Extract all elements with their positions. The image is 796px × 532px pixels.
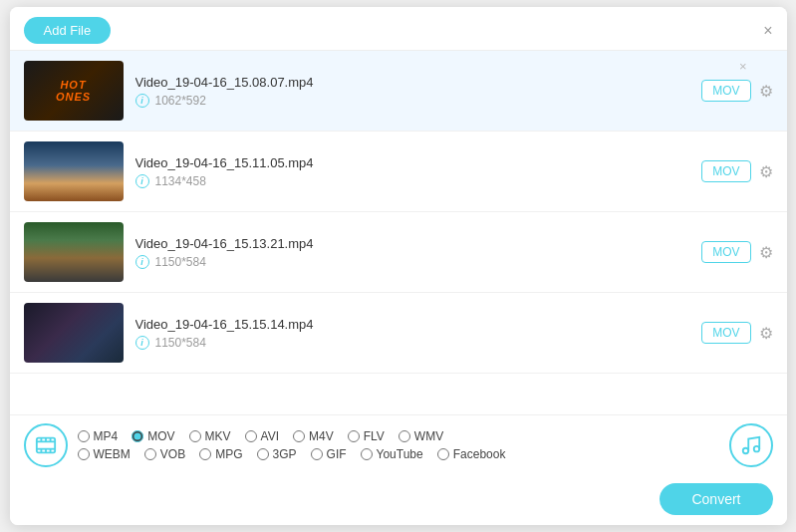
format-radio-gif[interactable] bbox=[311, 448, 323, 460]
info-icon[interactable]: i bbox=[135, 255, 149, 269]
format-radio-mkv[interactable] bbox=[189, 430, 201, 442]
file-thumbnail bbox=[24, 222, 124, 282]
title-bar: Add File × bbox=[10, 7, 787, 50]
format-option-webm[interactable]: WEBM bbox=[78, 447, 131, 461]
format-option-mpg[interactable]: MPG bbox=[199, 447, 242, 461]
format-label-webm: WEBM bbox=[94, 447, 131, 461]
format-label-mp4: MP4 bbox=[94, 429, 119, 443]
main-window: Add File × HOTONES Video_19-04-16_15.08.… bbox=[10, 7, 787, 525]
file-actions: MOV ⚙ bbox=[701, 80, 772, 102]
format-radio-mpg[interactable] bbox=[199, 448, 211, 460]
format-radio-webm[interactable] bbox=[78, 448, 90, 460]
format-option-gif[interactable]: GIF bbox=[311, 447, 347, 461]
format-label-3gp: 3GP bbox=[273, 447, 297, 461]
file-list: HOTONES Video_19-04-16_15.08.07.mp4 i 10… bbox=[10, 50, 787, 415]
footer: Convert bbox=[10, 475, 787, 525]
format-radio-wmv[interactable] bbox=[398, 430, 410, 442]
info-icon[interactable]: i bbox=[135, 94, 149, 108]
format-radio-3gp[interactable] bbox=[257, 448, 269, 460]
format-radio-vob[interactable] bbox=[144, 448, 156, 460]
table-row: Video_19-04-16_15.15.14.mp4 i 1150*584 M… bbox=[10, 293, 787, 374]
table-row: HOTONES Video_19-04-16_15.08.07.mp4 i 10… bbox=[10, 51, 787, 132]
format-options: MP4 MOV MKV AVI M4V bbox=[78, 429, 719, 461]
thumb-text: HOTONES bbox=[56, 79, 91, 103]
film-icon bbox=[35, 434, 57, 456]
format-panel: MP4 MOV MKV AVI M4V bbox=[10, 415, 787, 475]
svg-point-10 bbox=[753, 446, 759, 452]
table-row: Video_19-04-16_15.11.05.mp4 i 1134*458 M… bbox=[10, 132, 787, 212]
file-name: Video_19-04-16_15.08.07.mp4 bbox=[135, 75, 702, 90]
convert-button[interactable]: Convert bbox=[660, 483, 772, 515]
format-label-flv: FLV bbox=[364, 429, 385, 443]
format-row-2: WEBM VOB MPG 3GP GIF bbox=[78, 447, 719, 461]
add-file-button[interactable]: Add File bbox=[24, 17, 112, 44]
file-name: Video_19-04-16_15.13.21.mp4 bbox=[135, 236, 702, 251]
info-icon[interactable]: i bbox=[135, 336, 149, 350]
format-option-mkv[interactable]: MKV bbox=[189, 429, 231, 443]
format-label-avi: AVI bbox=[261, 429, 279, 443]
format-option-3gp[interactable]: 3GP bbox=[257, 447, 297, 461]
video-format-button[interactable] bbox=[24, 423, 68, 467]
format-label-vob: VOB bbox=[160, 447, 185, 461]
audio-format-button[interactable] bbox=[729, 423, 773, 467]
window-close-button[interactable]: × bbox=[763, 23, 772, 39]
item-close-button[interactable]: × bbox=[739, 59, 747, 74]
file-resolution: 1150*584 bbox=[155, 255, 206, 269]
svg-point-9 bbox=[742, 448, 748, 454]
file-thumbnail bbox=[24, 303, 124, 363]
file-info: Video_19-04-16_15.08.07.mp4 i 1062*592 bbox=[135, 75, 702, 108]
file-actions: MOV ⚙ bbox=[701, 322, 772, 344]
format-label-youtube: YouTube bbox=[377, 447, 423, 461]
format-radio-facebook[interactable] bbox=[437, 448, 449, 460]
format-badge[interactable]: MOV bbox=[701, 322, 750, 344]
file-thumbnail: HOTONES bbox=[24, 61, 124, 121]
format-label-gif: GIF bbox=[327, 447, 347, 461]
file-actions: MOV ⚙ bbox=[701, 241, 772, 263]
format-label-mpg: MPG bbox=[215, 447, 242, 461]
file-name: Video_19-04-16_15.15.14.mp4 bbox=[135, 317, 702, 332]
format-label-wmv: WMV bbox=[414, 429, 443, 443]
format-badge[interactable]: MOV bbox=[701, 80, 750, 102]
format-radio-flv[interactable] bbox=[348, 430, 360, 442]
format-badge[interactable]: MOV bbox=[701, 241, 750, 263]
format-radio-mp4[interactable] bbox=[78, 430, 90, 442]
format-option-wmv[interactable]: WMV bbox=[398, 429, 443, 443]
format-row-1: MP4 MOV MKV AVI M4V bbox=[78, 429, 719, 443]
format-option-vob[interactable]: VOB bbox=[144, 447, 185, 461]
settings-button[interactable]: ⚙ bbox=[759, 82, 773, 101]
info-icon[interactable]: i bbox=[135, 174, 149, 188]
format-label-facebook: Facebook bbox=[453, 447, 506, 461]
file-meta: i 1150*584 bbox=[135, 336, 702, 350]
file-name: Video_19-04-16_15.11.05.mp4 bbox=[135, 155, 702, 170]
format-label-mkv: MKV bbox=[205, 429, 231, 443]
format-radio-avi[interactable] bbox=[245, 430, 257, 442]
format-option-flv[interactable]: FLV bbox=[348, 429, 385, 443]
format-radio-mov[interactable] bbox=[132, 430, 143, 442]
settings-button[interactable]: ⚙ bbox=[759, 243, 773, 262]
format-option-mp4[interactable]: MP4 bbox=[78, 429, 119, 443]
format-label-m4v: M4V bbox=[309, 429, 334, 443]
format-badge[interactable]: MOV bbox=[701, 160, 750, 182]
file-resolution: 1062*592 bbox=[155, 94, 206, 108]
format-option-m4v[interactable]: M4V bbox=[293, 429, 334, 443]
settings-button[interactable]: ⚙ bbox=[759, 162, 773, 181]
table-row: Video_19-04-16_15.13.21.mp4 i 1150*584 M… bbox=[10, 212, 787, 293]
file-resolution: 1150*584 bbox=[155, 336, 206, 350]
file-info: Video_19-04-16_15.15.14.mp4 i 1150*584 bbox=[135, 317, 702, 350]
format-option-mov[interactable]: MOV bbox=[132, 429, 174, 443]
file-actions: MOV ⚙ bbox=[701, 160, 772, 182]
format-option-youtube[interactable]: YouTube bbox=[361, 447, 423, 461]
file-meta: i 1134*458 bbox=[135, 174, 702, 188]
file-thumbnail bbox=[24, 141, 124, 201]
format-option-avi[interactable]: AVI bbox=[245, 429, 279, 443]
file-info: Video_19-04-16_15.11.05.mp4 i 1134*458 bbox=[135, 155, 702, 188]
file-resolution: 1134*458 bbox=[155, 174, 206, 188]
format-radio-m4v[interactable] bbox=[293, 430, 305, 442]
file-meta: i 1062*592 bbox=[135, 94, 702, 108]
format-radio-youtube[interactable] bbox=[361, 448, 373, 460]
file-info: Video_19-04-16_15.13.21.mp4 i 1150*584 bbox=[135, 236, 702, 269]
settings-button[interactable]: ⚙ bbox=[759, 324, 773, 343]
format-label-mov: MOV bbox=[147, 429, 174, 443]
format-option-facebook[interactable]: Facebook bbox=[437, 447, 506, 461]
file-meta: i 1150*584 bbox=[135, 255, 702, 269]
